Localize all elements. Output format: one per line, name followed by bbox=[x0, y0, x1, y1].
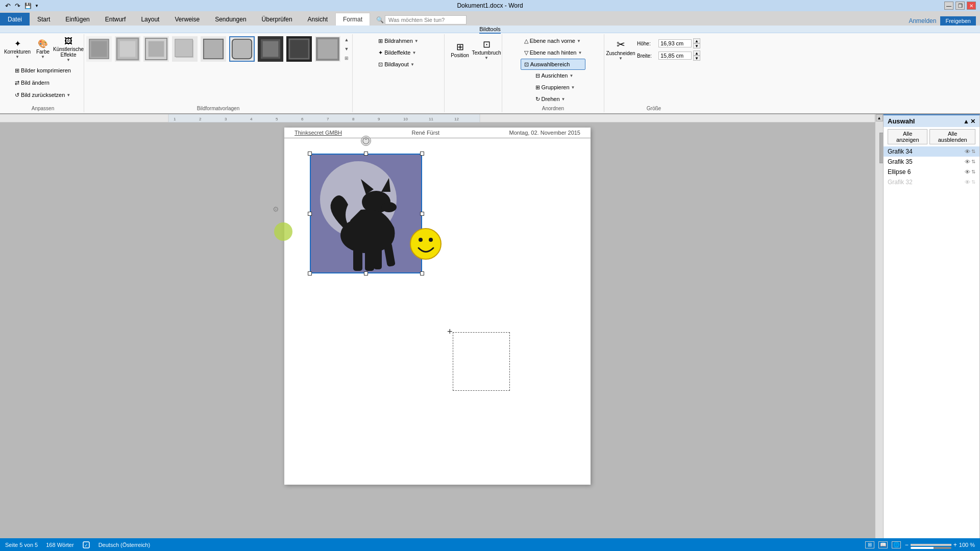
tab-verweise[interactable]: Verweise bbox=[167, 13, 207, 26]
zuschneiden-button[interactable]: ✂ Zuschneiden ▼ bbox=[607, 35, 634, 64]
tab-format[interactable]: Format bbox=[335, 13, 370, 26]
tab-start[interactable]: Start bbox=[30, 13, 58, 26]
format-style-5[interactable] bbox=[201, 36, 226, 62]
zoom-in-button[interactable]: + bbox=[953, 541, 957, 548]
tab-ueberpruefen[interactable]: Überprüfen bbox=[254, 13, 300, 26]
format-style-1[interactable] bbox=[86, 36, 112, 62]
zoom-out-button[interactable]: − bbox=[905, 541, 909, 548]
dropdown-icon: ▼ bbox=[66, 93, 70, 97]
hide-all-button[interactable]: Alle ausblenden bbox=[929, 129, 975, 144]
view-mode-read[interactable]: 📖 bbox=[878, 541, 888, 548]
show-all-button[interactable]: Alle anzeigen bbox=[888, 129, 927, 144]
redo-button[interactable]: ↷ bbox=[14, 2, 21, 10]
bild-aendern-button[interactable]: ⇄ Bild ändern bbox=[11, 77, 53, 88]
format-style-7[interactable] bbox=[258, 36, 283, 62]
handle-bottom-left[interactable] bbox=[308, 271, 312, 276]
zoom-slider[interactable] bbox=[911, 544, 951, 546]
format-style-6[interactable] bbox=[229, 36, 255, 62]
format-style-8[interactable] bbox=[286, 36, 312, 62]
tab-layout[interactable]: Layout bbox=[133, 13, 167, 26]
height-input[interactable] bbox=[658, 39, 692, 47]
textumbruch-button[interactable]: ⊡ Textumbruch ▼ bbox=[474, 35, 499, 64]
height-down-button[interactable]: ▼ bbox=[693, 43, 700, 48]
bildeffekte-button[interactable]: ✦ Bildeffekte ▼ bbox=[375, 47, 420, 58]
ebene-hinten-button[interactable]: ▽ Ebene nach hinten ▼ bbox=[521, 47, 586, 58]
auswahlbereich-button[interactable]: ⊡ Auswahlbereich bbox=[521, 59, 586, 70]
view-mode-normal[interactable]: ⊞ bbox=[865, 541, 874, 548]
login-button[interactable]: Anmelden bbox=[909, 17, 936, 24]
auswahl-expand-icon[interactable]: ▲ bbox=[963, 118, 969, 125]
height-up-button[interactable]: ▲ bbox=[693, 38, 700, 43]
height-label: Höhe: bbox=[637, 41, 657, 46]
ausrichten-button[interactable]: ⊟ Ausrichten ▼ bbox=[532, 70, 577, 81]
tab-sendungen[interactable]: Sendungen bbox=[207, 13, 254, 26]
format-style-3[interactable] bbox=[143, 36, 169, 62]
auswahl-close-icon[interactable]: ✕ bbox=[970, 118, 975, 125]
tab-ansicht[interactable]: Ansicht bbox=[300, 13, 335, 26]
title-bar: ↶ ↷ 💾 ▼ Dokument1.docx - Word — ❐ ✕ bbox=[0, 0, 980, 11]
green-circle[interactable] bbox=[274, 222, 292, 241]
header-left: Thinksecret GMBH bbox=[295, 130, 342, 136]
scroll-down-icon[interactable]: ▼ bbox=[343, 44, 350, 54]
bildrahmen-button[interactable]: ⊞ Bildrahmen ▼ bbox=[375, 35, 422, 46]
width-down-button[interactable]: ▼ bbox=[693, 56, 700, 61]
selected-image-container[interactable] bbox=[310, 154, 422, 273]
gruppieren-button[interactable]: ⊞ Gruppieren ▼ bbox=[532, 82, 579, 93]
eye-visible-icon[interactable]: 👁 bbox=[965, 159, 970, 165]
handle-middle-left[interactable] bbox=[308, 212, 312, 216]
auswahl-item-grafik34[interactable]: Grafik 34 👁 ⇅ bbox=[884, 146, 979, 157]
crosshair-cursor: + bbox=[447, 327, 453, 337]
handle-top-left[interactable] bbox=[308, 152, 312, 156]
textumbruch-icon: ⊡ bbox=[483, 39, 491, 50]
eye-visible-icon[interactable]: 👁 bbox=[965, 148, 970, 155]
position-button[interactable]: ⊞ Position bbox=[448, 35, 472, 64]
tab-einfuegen[interactable]: Einfügen bbox=[58, 13, 97, 26]
language-label[interactable]: Deutsch (Österreich) bbox=[99, 542, 150, 548]
smiley-face[interactable] bbox=[409, 228, 443, 261]
handle-top-middle[interactable] bbox=[364, 152, 368, 156]
farbe-button[interactable]: 🎨 Farbe ▼ bbox=[31, 35, 55, 64]
auswahl-item-ellipse6[interactable]: Ellipse 6 👁 ⇅ bbox=[884, 167, 979, 177]
format-style-2[interactable] bbox=[115, 36, 140, 62]
scroll-up-icon[interactable]: ▲ bbox=[343, 35, 350, 44]
handle-bottom-right[interactable] bbox=[420, 271, 424, 276]
komprimieren-button[interactable]: ⊞ Bilder komprimieren bbox=[11, 65, 75, 76]
eye-hidden-icon[interactable]: 👁 bbox=[965, 179, 970, 185]
tab-entwurf[interactable]: Entwurf bbox=[97, 13, 134, 26]
tab-datei[interactable]: Datei bbox=[0, 13, 30, 26]
close-button[interactable]: ✕ bbox=[967, 2, 976, 10]
search-input[interactable] bbox=[385, 15, 467, 24]
width-up-button[interactable]: ▲ bbox=[693, 51, 700, 56]
korrekturen-button[interactable]: ✦ Korrekturen ▼ bbox=[5, 35, 30, 64]
rotation-handle[interactable] bbox=[361, 136, 371, 146]
handle-middle-right[interactable] bbox=[420, 212, 424, 216]
zoom-level[interactable]: 100 % bbox=[959, 542, 975, 548]
reorder-icon: ⇅ bbox=[971, 179, 975, 185]
handle-bottom-middle[interactable] bbox=[364, 271, 368, 276]
auswahl-item-grafik35[interactable]: Grafik 35 👁 ⇅ bbox=[884, 157, 979, 167]
bild-zuruecksetzen-button[interactable]: ↺ Bild zurücksetzen ▼ bbox=[11, 89, 74, 101]
minimize-button[interactable]: — bbox=[944, 2, 953, 10]
save-button[interactable]: 💾 bbox=[23, 3, 33, 9]
spell-check-icon[interactable]: ✓ bbox=[82, 541, 90, 549]
bildlayout-button[interactable]: ⊡ Bildlayout ▼ bbox=[375, 59, 418, 70]
vertical-scrollbar[interactable]: ▲ ▼ bbox=[875, 114, 883, 551]
dropdown-arrow-icon[interactable]: ▼ bbox=[35, 4, 39, 8]
format-style-9[interactable] bbox=[315, 36, 340, 62]
share-button[interactable]: Freigeben bbox=[940, 16, 976, 26]
eye-visible-icon[interactable]: 👁 bbox=[965, 169, 970, 175]
handle-top-right[interactable] bbox=[420, 152, 424, 156]
scroll-up-button[interactable]: ▲ bbox=[876, 114, 883, 121]
svg-rect-3 bbox=[120, 41, 136, 57]
format-style-4[interactable] bbox=[172, 36, 198, 62]
view-mode-web[interactable]: 🌐 bbox=[892, 541, 901, 548]
undo-button[interactable]: ↶ bbox=[4, 2, 12, 10]
restore-button[interactable]: ❐ bbox=[955, 2, 965, 10]
ebene-vorne-button[interactable]: △ Ebene nach vorne ▼ bbox=[521, 35, 584, 46]
auswahl-item-grafik32[interactable]: Grafik 32 👁 ⇅ bbox=[884, 177, 979, 187]
kuenstlerisch-button[interactable]: 🖼 KünstlerischeEffekte ▼ bbox=[56, 35, 81, 64]
scroll-more-icon[interactable]: ⊞ bbox=[343, 54, 350, 63]
page-area[interactable]: Thinksecret GMBH René Fürst Montag, 02. … bbox=[0, 122, 875, 551]
drehen-button[interactable]: ↻ Drehen ▼ bbox=[532, 93, 569, 105]
width-input[interactable] bbox=[658, 52, 692, 60]
